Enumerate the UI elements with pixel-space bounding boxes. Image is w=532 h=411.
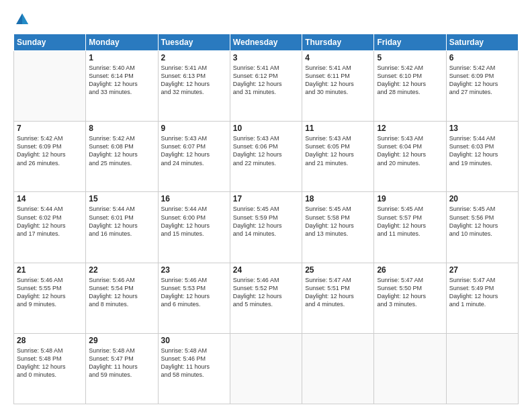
calendar-day-cell: 8Sunrise: 5:42 AM Sunset: 6:08 PM Daylig… — [86, 122, 158, 192]
day-number: 9 — [161, 124, 227, 133]
calendar-day-cell: 13Sunrise: 5:44 AM Sunset: 6:03 PM Dayli… — [446, 122, 518, 192]
calendar-day-cell: 1Sunrise: 5:40 AM Sunset: 6:14 PM Daylig… — [86, 51, 158, 122]
day-number: 3 — [233, 53, 299, 62]
day-number: 27 — [449, 265, 515, 275]
calendar-day-cell — [374, 333, 446, 404]
day-number: 2 — [161, 53, 227, 62]
day-of-week-header: Monday — [86, 34, 158, 51]
calendar-day-cell: 30Sunrise: 5:48 AM Sunset: 5:46 PM Dayli… — [158, 333, 230, 404]
calendar-day-cell: 16Sunrise: 5:44 AM Sunset: 6:00 PM Dayli… — [158, 192, 230, 263]
calendar-week-row: 14Sunrise: 5:44 AM Sunset: 6:02 PM Dayli… — [14, 192, 519, 263]
calendar-day-cell: 12Sunrise: 5:43 AM Sunset: 6:04 PM Dayli… — [374, 122, 446, 192]
calendar-day-cell: 3Sunrise: 5:41 AM Sunset: 6:12 PM Daylig… — [230, 51, 302, 122]
day-of-week-header: Saturday — [446, 34, 518, 51]
day-number: 4 — [305, 53, 371, 62]
day-info: Sunrise: 5:45 AM Sunset: 5:59 PM Dayligh… — [233, 205, 299, 238]
calendar-day-cell: 25Sunrise: 5:47 AM Sunset: 5:51 PM Dayli… — [302, 263, 374, 333]
day-number: 18 — [305, 194, 371, 203]
day-info: Sunrise: 5:44 AM Sunset: 6:01 PM Dayligh… — [89, 205, 154, 238]
day-number: 29 — [89, 336, 154, 345]
day-of-week-header: Wednesday — [230, 34, 302, 51]
calendar-day-cell: 29Sunrise: 5:48 AM Sunset: 5:47 PM Dayli… — [86, 333, 158, 404]
day-info: Sunrise: 5:46 AM Sunset: 5:53 PM Dayligh… — [161, 276, 227, 309]
day-info: Sunrise: 5:47 AM Sunset: 5:51 PM Dayligh… — [305, 276, 371, 309]
calendar-week-row: 21Sunrise: 5:46 AM Sunset: 5:55 PM Dayli… — [14, 263, 519, 333]
day-info: Sunrise: 5:43 AM Sunset: 6:04 PM Dayligh… — [377, 134, 443, 167]
calendar-week-row: 28Sunrise: 5:48 AM Sunset: 5:48 PM Dayli… — [14, 333, 519, 404]
calendar-header-row: SundayMondayTuesdayWednesdayThursdayFrid… — [14, 34, 519, 51]
day-info: Sunrise: 5:46 AM Sunset: 5:54 PM Dayligh… — [89, 276, 154, 309]
calendar-day-cell: 4Sunrise: 5:41 AM Sunset: 6:11 PM Daylig… — [302, 51, 374, 122]
day-info: Sunrise: 5:44 AM Sunset: 6:02 PM Dayligh… — [17, 205, 83, 238]
day-info: Sunrise: 5:48 AM Sunset: 5:47 PM Dayligh… — [89, 347, 154, 379]
day-number: 5 — [377, 53, 443, 62]
day-info: Sunrise: 5:41 AM Sunset: 6:11 PM Dayligh… — [305, 64, 371, 97]
day-of-week-header: Tuesday — [158, 34, 230, 51]
day-info: Sunrise: 5:46 AM Sunset: 5:55 PM Dayligh… — [17, 276, 83, 309]
day-number: 7 — [17, 124, 83, 133]
day-number: 6 — [449, 53, 515, 62]
day-info: Sunrise: 5:42 AM Sunset: 6:09 PM Dayligh… — [449, 64, 515, 97]
day-info: Sunrise: 5:43 AM Sunset: 6:05 PM Dayligh… — [305, 134, 371, 167]
day-number: 1 — [89, 53, 154, 62]
day-number: 16 — [161, 194, 227, 203]
calendar-table: SundayMondayTuesdayWednesdayThursdayFrid… — [13, 34, 519, 404]
calendar-day-cell: 22Sunrise: 5:46 AM Sunset: 5:54 PM Dayli… — [86, 263, 158, 333]
logo-icon — [15, 12, 30, 27]
day-number: 20 — [449, 194, 515, 203]
day-number: 12 — [377, 124, 443, 133]
svg-marker-1 — [22, 13, 28, 24]
day-number: 15 — [89, 194, 154, 203]
day-of-week-header: Sunday — [14, 34, 86, 51]
calendar-day-cell: 6Sunrise: 5:42 AM Sunset: 6:09 PM Daylig… — [446, 51, 518, 122]
day-info: Sunrise: 5:41 AM Sunset: 6:13 PM Dayligh… — [161, 64, 227, 97]
calendar-day-cell: 20Sunrise: 5:45 AM Sunset: 5:56 PM Dayli… — [446, 192, 518, 263]
calendar-day-cell: 23Sunrise: 5:46 AM Sunset: 5:53 PM Dayli… — [158, 263, 230, 333]
day-info: Sunrise: 5:45 AM Sunset: 5:58 PM Dayligh… — [305, 205, 371, 238]
day-info: Sunrise: 5:40 AM Sunset: 6:14 PM Dayligh… — [89, 64, 154, 97]
day-info: Sunrise: 5:48 AM Sunset: 5:46 PM Dayligh… — [161, 347, 227, 379]
day-number: 13 — [449, 124, 515, 133]
header — [13, 12, 519, 27]
day-info: Sunrise: 5:47 AM Sunset: 5:50 PM Dayligh… — [377, 276, 443, 309]
calendar-day-cell: 11Sunrise: 5:43 AM Sunset: 6:05 PM Dayli… — [302, 122, 374, 192]
calendar-day-cell: 17Sunrise: 5:45 AM Sunset: 5:59 PM Dayli… — [230, 192, 302, 263]
day-number: 8 — [89, 124, 154, 133]
calendar-day-cell: 5Sunrise: 5:42 AM Sunset: 6:10 PM Daylig… — [374, 51, 446, 122]
day-info: Sunrise: 5:47 AM Sunset: 5:49 PM Dayligh… — [449, 276, 515, 309]
day-of-week-header: Thursday — [302, 34, 374, 51]
calendar-day-cell — [230, 333, 302, 404]
day-info: Sunrise: 5:44 AM Sunset: 6:03 PM Dayligh… — [449, 134, 515, 167]
calendar-day-cell: 21Sunrise: 5:46 AM Sunset: 5:55 PM Dayli… — [14, 263, 86, 333]
calendar-week-row: 7Sunrise: 5:42 AM Sunset: 6:09 PM Daylig… — [14, 122, 519, 192]
day-number: 26 — [377, 265, 443, 275]
day-number: 22 — [89, 265, 154, 275]
day-info: Sunrise: 5:42 AM Sunset: 6:08 PM Dayligh… — [89, 134, 154, 167]
day-info: Sunrise: 5:41 AM Sunset: 6:12 PM Dayligh… — [233, 64, 299, 97]
calendar-day-cell: 24Sunrise: 5:46 AM Sunset: 5:52 PM Dayli… — [230, 263, 302, 333]
day-number: 17 — [233, 194, 299, 203]
calendar-day-cell: 26Sunrise: 5:47 AM Sunset: 5:50 PM Dayli… — [374, 263, 446, 333]
day-number: 28 — [17, 336, 83, 345]
calendar-day-cell — [14, 51, 86, 122]
day-number: 10 — [233, 124, 299, 133]
day-number: 24 — [233, 265, 299, 275]
day-info: Sunrise: 5:45 AM Sunset: 5:56 PM Dayligh… — [449, 205, 515, 238]
day-number: 25 — [305, 265, 371, 275]
calendar-day-cell — [446, 333, 518, 404]
calendar-day-cell: 9Sunrise: 5:43 AM Sunset: 6:07 PM Daylig… — [158, 122, 230, 192]
day-number: 30 — [161, 336, 227, 345]
calendar-day-cell: 7Sunrise: 5:42 AM Sunset: 6:09 PM Daylig… — [14, 122, 86, 192]
day-number: 19 — [377, 194, 443, 203]
calendar-week-row: 1Sunrise: 5:40 AM Sunset: 6:14 PM Daylig… — [14, 51, 519, 122]
calendar-day-cell: 2Sunrise: 5:41 AM Sunset: 6:13 PM Daylig… — [158, 51, 230, 122]
calendar-day-cell: 19Sunrise: 5:45 AM Sunset: 5:57 PM Dayli… — [374, 192, 446, 263]
day-info: Sunrise: 5:42 AM Sunset: 6:10 PM Dayligh… — [377, 64, 443, 97]
calendar-day-cell: 28Sunrise: 5:48 AM Sunset: 5:48 PM Dayli… — [14, 333, 86, 404]
day-of-week-header: Friday — [374, 34, 446, 51]
calendar-day-cell: 27Sunrise: 5:47 AM Sunset: 5:49 PM Dayli… — [446, 263, 518, 333]
day-number: 14 — [17, 194, 83, 203]
day-info: Sunrise: 5:42 AM Sunset: 6:09 PM Dayligh… — [17, 134, 83, 167]
day-info: Sunrise: 5:46 AM Sunset: 5:52 PM Dayligh… — [233, 276, 299, 309]
day-number: 11 — [305, 124, 371, 133]
